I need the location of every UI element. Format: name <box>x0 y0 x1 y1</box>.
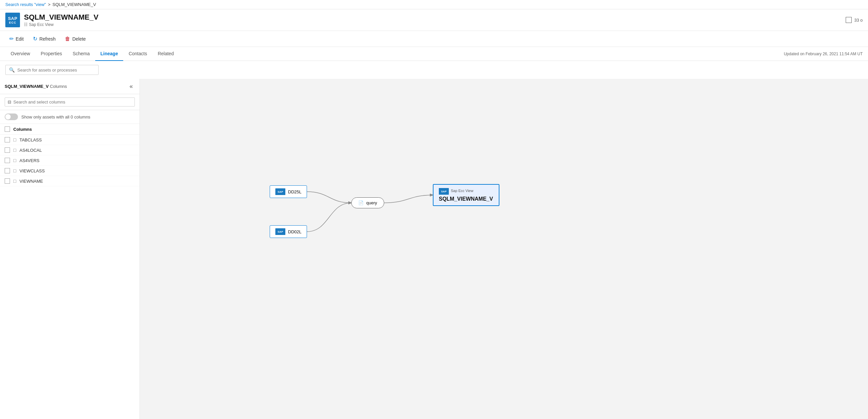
list-item[interactable]: □ VIEWNAME <box>0 176 140 186</box>
tab-contacts[interactable]: Contacts <box>123 47 152 61</box>
column-name: TABCLASS <box>19 137 42 142</box>
sap-dest-icon: SAP <box>439 188 449 195</box>
search-icon: 🔍 <box>9 67 14 72</box>
asset-subtitle: ☷ Sap Ecc View <box>24 22 842 27</box>
asset-type: Sap Ecc View <box>29 22 54 27</box>
list-item[interactable]: □ TABCLASS <box>0 135 140 145</box>
column-icon: □ <box>13 179 16 184</box>
delete-button[interactable]: 🗑 Delete <box>61 34 90 44</box>
refresh-icon: ↻ <box>33 36 37 42</box>
updated-timestamp: Updated on February 26, 2021 11:54 AM UT <box>784 47 863 60</box>
column-name: VIEWNAME <box>19 179 43 184</box>
search-container: 🔍 <box>0 61 868 79</box>
tab-properties[interactable]: Properties <box>35 47 67 61</box>
delete-icon: 🗑 <box>65 36 70 42</box>
sap-mini-icon-dd02l: SAP <box>275 228 285 235</box>
sap-logo-bottom: ECC <box>9 21 16 24</box>
columns-header: Columns <box>0 124 140 135</box>
edit-icon: ✏ <box>9 36 14 42</box>
toggle-row: Show only assets with all 0 columns <box>0 110 140 124</box>
toolbar: ✏ Edit ↻ Refresh 🗑 Delete <box>0 31 868 47</box>
toggle-label: Show only assets with all 0 columns <box>21 115 90 120</box>
tab-schema[interactable]: Schema <box>67 47 95 61</box>
column-checkbox[interactable] <box>5 168 10 173</box>
column-search-input[interactable] <box>13 99 132 104</box>
column-icon: □ <box>13 168 16 173</box>
tabs-bar: Overview Properties Schema Lineage Conta… <box>0 47 868 61</box>
breadcrumb-current: SQLM_VIEWNAME_V <box>53 2 96 7</box>
column-checkbox[interactable] <box>5 179 10 184</box>
refresh-label: Refresh <box>39 36 56 42</box>
search-bar[interactable]: 🔍 <box>5 65 98 75</box>
node-query-label: query <box>366 200 377 205</box>
panel-header: SQLM_VIEWNAME_V Columns « <box>0 79 140 94</box>
search-input[interactable] <box>17 68 95 72</box>
panel-title-rest: Columns <box>49 84 67 89</box>
column-list: □ TABCLASS □ AS4LOCAL □ AS4VERS □ VIEWCL… <box>0 135 140 186</box>
main-content: SQLM_VIEWNAME_V Columns « ⊟ Show only as… <box>0 79 868 419</box>
header-info: SQLM_VIEWNAME_V ☷ Sap Ecc View <box>24 13 842 27</box>
panel-title: SQLM_VIEWNAME_V Columns <box>5 84 67 89</box>
dest-subtitle: Sap Ecc View <box>451 189 473 193</box>
sap-logo-top: SAP <box>8 16 17 21</box>
list-item[interactable]: □ AS4LOCAL <box>0 145 140 155</box>
column-name: VIEWCLASS <box>19 168 44 173</box>
column-icon: □ <box>13 158 16 163</box>
filter-icon: ⊟ <box>8 99 11 104</box>
panel-title-bold: SQLM_VIEWNAME_V <box>5 84 49 89</box>
sap-logo: SAP ECC <box>5 13 20 27</box>
breadcrumb-separator: > <box>48 2 51 7</box>
lineage-node-query[interactable]: 📄 query <box>351 197 384 208</box>
select-all-checkbox[interactable] <box>5 126 10 132</box>
lineage-canvas: SAP DD25L SAP DD02L 📄 query SAP Sap Ecc … <box>140 79 868 419</box>
edit-label: Edit <box>16 36 24 42</box>
column-icon: □ <box>13 148 16 153</box>
column-icon: □ <box>13 137 16 142</box>
tab-lineage[interactable]: Lineage <box>95 47 124 61</box>
column-checkbox[interactable] <box>5 148 10 153</box>
dest-title: SQLM_VIEWNAME_V <box>439 196 493 202</box>
node-dd25l-label: DD25L <box>288 189 301 194</box>
breadcrumb-link[interactable]: Search results "view" <box>5 2 46 7</box>
dest-logo-row: SAP Sap Ecc View <box>439 188 493 195</box>
edit-button[interactable]: ✏ Edit <box>5 34 28 44</box>
column-checkbox[interactable] <box>5 137 10 142</box>
column-name: AS4LOCAL <box>19 148 42 153</box>
node-dd02l-label: DD02L <box>288 229 301 234</box>
header-right: 33 o <box>846 17 863 23</box>
header-count: 33 o <box>854 18 863 23</box>
query-icon: 📄 <box>358 200 364 205</box>
list-item[interactable]: □ VIEWCLASS <box>0 166 140 176</box>
left-panel: SQLM_VIEWNAME_V Columns « ⊟ Show only as… <box>0 79 140 419</box>
lineage-node-dd25l[interactable]: SAP DD25L <box>270 185 307 198</box>
list-item[interactable]: □ AS4VERS <box>0 155 140 166</box>
table-icon: ☷ <box>24 22 28 27</box>
page-header: SAP ECC SQLM_VIEWNAME_V ☷ Sap Ecc View 3… <box>0 9 868 31</box>
sap-mini-icon-dd25l: SAP <box>275 188 285 195</box>
header-checkbox[interactable] <box>846 17 852 23</box>
toggle-switch[interactable] <box>5 114 18 120</box>
panel-search-inner[interactable]: ⊟ <box>5 98 135 106</box>
column-name: AS4VERS <box>19 158 39 163</box>
breadcrumb: Search results "view" > SQLM_VIEWNAME_V <box>0 0 868 9</box>
refresh-button[interactable]: ↻ Refresh <box>29 34 60 44</box>
tab-overview[interactable]: Overview <box>5 47 35 61</box>
lineage-node-dest[interactable]: SAP Sap Ecc View SQLM_VIEWNAME_V <box>433 184 499 206</box>
lineage-node-dd02l[interactable]: SAP DD02L <box>270 225 307 238</box>
delete-label: Delete <box>72 36 86 42</box>
panel-collapse-button[interactable]: « <box>127 82 135 91</box>
lineage-connections-svg <box>140 79 868 419</box>
panel-search: ⊟ <box>0 94 140 110</box>
columns-header-label: Columns <box>13 127 32 132</box>
column-checkbox[interactable] <box>5 158 10 163</box>
tab-related[interactable]: Related <box>153 47 179 61</box>
asset-title: SQLM_VIEWNAME_V <box>24 13 842 22</box>
